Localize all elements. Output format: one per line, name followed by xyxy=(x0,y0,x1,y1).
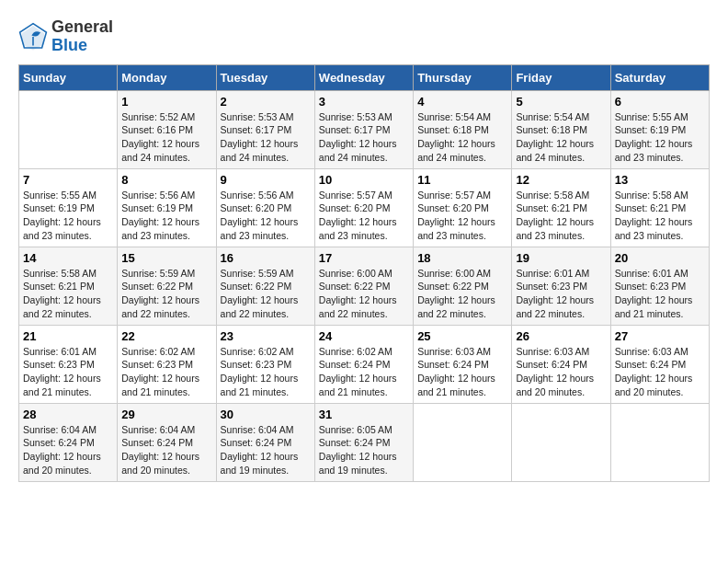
day-number: 27 xyxy=(615,329,705,343)
day-number: 12 xyxy=(516,173,606,187)
day-info: Sunrise: 6:05 AMSunset: 6:24 PMDaylight:… xyxy=(319,423,409,477)
weekday-header-thursday: Thursday xyxy=(414,64,512,90)
calendar-day-cell: 22Sunrise: 6:02 AMSunset: 6:23 PMDayligh… xyxy=(118,325,216,403)
day-info: Sunrise: 5:57 AMSunset: 6:20 PMDaylight:… xyxy=(417,189,507,243)
calendar-day-cell: 28Sunrise: 6:04 AMSunset: 6:24 PMDayligh… xyxy=(19,403,118,481)
calendar-day-cell: 5Sunrise: 5:54 AMSunset: 6:18 PMDaylight… xyxy=(512,90,610,168)
calendar-day-cell: 24Sunrise: 6:02 AMSunset: 6:24 PMDayligh… xyxy=(314,325,413,403)
day-info: Sunrise: 5:56 AMSunset: 6:20 PMDaylight:… xyxy=(221,189,311,243)
day-info: Sunrise: 6:02 AMSunset: 6:23 PMDaylight:… xyxy=(121,345,211,399)
calendar-week-row: 7Sunrise: 5:55 AMSunset: 6:19 PMDaylight… xyxy=(19,168,710,247)
calendar-day-cell: 21Sunrise: 6:01 AMSunset: 6:23 PMDayligh… xyxy=(19,325,118,403)
day-number: 6 xyxy=(615,95,705,109)
day-number: 22 xyxy=(121,329,211,343)
calendar-day-cell: 9Sunrise: 5:56 AMSunset: 6:20 PMDaylight… xyxy=(216,168,314,247)
day-number: 2 xyxy=(221,95,311,109)
weekday-header-saturday: Saturday xyxy=(610,64,709,90)
calendar-week-row: 1Sunrise: 5:52 AMSunset: 6:16 PMDaylight… xyxy=(19,90,710,168)
day-info: Sunrise: 5:55 AMSunset: 6:19 PMDaylight:… xyxy=(615,110,705,165)
day-number: 21 xyxy=(23,329,113,343)
day-number: 3 xyxy=(319,95,409,109)
calendar-day-cell: 13Sunrise: 5:58 AMSunset: 6:21 PMDayligh… xyxy=(610,168,709,247)
day-number: 16 xyxy=(221,251,311,265)
logo-line1: General xyxy=(51,18,113,37)
calendar-day-cell: 15Sunrise: 5:59 AMSunset: 6:22 PMDayligh… xyxy=(118,247,216,325)
calendar-day-cell: 4Sunrise: 5:54 AMSunset: 6:18 PMDaylight… xyxy=(414,90,512,168)
day-info: Sunrise: 5:58 AMSunset: 6:21 PMDaylight:… xyxy=(23,267,113,321)
day-info: Sunrise: 5:59 AMSunset: 6:22 PMDaylight:… xyxy=(221,267,311,321)
page-header: General Blue xyxy=(18,18,710,55)
day-number: 1 xyxy=(121,95,211,109)
day-number: 28 xyxy=(23,408,113,421)
day-info: Sunrise: 6:00 AMSunset: 6:22 PMDaylight:… xyxy=(417,267,507,321)
day-number: 26 xyxy=(516,329,606,343)
day-number: 24 xyxy=(319,329,409,343)
calendar-table: SundayMondayTuesdayWednesdayThursdayFrid… xyxy=(18,64,710,482)
day-info: Sunrise: 5:58 AMSunset: 6:21 PMDaylight:… xyxy=(516,189,606,243)
calendar-day-cell: 6Sunrise: 5:55 AMSunset: 6:19 PMDaylight… xyxy=(610,90,709,168)
day-info: Sunrise: 5:58 AMSunset: 6:21 PMDaylight:… xyxy=(615,189,705,243)
day-number: 15 xyxy=(121,251,211,265)
calendar-day-cell: 31Sunrise: 6:05 AMSunset: 6:24 PMDayligh… xyxy=(314,403,413,481)
weekday-header-monday: Monday xyxy=(118,64,216,90)
day-info: Sunrise: 5:54 AMSunset: 6:18 PMDaylight:… xyxy=(516,110,606,165)
calendar-day-cell xyxy=(610,403,709,481)
day-number: 18 xyxy=(417,251,507,265)
logo-line2: Blue xyxy=(51,37,113,55)
calendar-week-row: 21Sunrise: 6:01 AMSunset: 6:23 PMDayligh… xyxy=(19,325,710,403)
day-number: 19 xyxy=(516,251,606,265)
day-number: 20 xyxy=(615,251,705,265)
day-number: 11 xyxy=(417,173,507,187)
day-number: 4 xyxy=(417,95,507,109)
calendar-day-cell: 25Sunrise: 6:03 AMSunset: 6:24 PMDayligh… xyxy=(414,325,512,403)
day-info: Sunrise: 5:55 AMSunset: 6:19 PMDaylight:… xyxy=(23,189,113,243)
day-info: Sunrise: 6:04 AMSunset: 6:24 PMDaylight:… xyxy=(23,423,113,477)
calendar-day-cell: 19Sunrise: 6:01 AMSunset: 6:23 PMDayligh… xyxy=(512,247,610,325)
calendar-day-cell xyxy=(414,403,512,481)
day-number: 30 xyxy=(221,408,311,421)
day-info: Sunrise: 5:53 AMSunset: 6:17 PMDaylight:… xyxy=(319,110,409,165)
day-info: Sunrise: 5:54 AMSunset: 6:18 PMDaylight:… xyxy=(417,110,507,165)
calendar-day-cell: 17Sunrise: 6:00 AMSunset: 6:22 PMDayligh… xyxy=(314,247,413,325)
day-info: Sunrise: 6:01 AMSunset: 6:23 PMDaylight:… xyxy=(23,345,113,399)
day-info: Sunrise: 6:00 AMSunset: 6:22 PMDaylight:… xyxy=(319,267,409,321)
day-info: Sunrise: 5:59 AMSunset: 6:22 PMDaylight:… xyxy=(121,267,211,321)
day-number: 23 xyxy=(221,329,311,343)
day-info: Sunrise: 5:53 AMSunset: 6:17 PMDaylight:… xyxy=(221,110,311,165)
day-info: Sunrise: 5:52 AMSunset: 6:16 PMDaylight:… xyxy=(121,110,211,165)
calendar-day-cell: 29Sunrise: 6:04 AMSunset: 6:24 PMDayligh… xyxy=(118,403,216,481)
day-info: Sunrise: 6:03 AMSunset: 6:24 PMDaylight:… xyxy=(615,345,705,399)
calendar-day-cell: 2Sunrise: 5:53 AMSunset: 6:17 PMDaylight… xyxy=(216,90,314,168)
day-info: Sunrise: 6:03 AMSunset: 6:24 PMDaylight:… xyxy=(516,345,606,399)
day-number: 7 xyxy=(23,173,113,187)
day-info: Sunrise: 6:03 AMSunset: 6:24 PMDaylight:… xyxy=(417,345,507,399)
weekday-header-friday: Friday xyxy=(512,64,610,90)
day-number: 8 xyxy=(121,173,211,187)
day-info: Sunrise: 5:57 AMSunset: 6:20 PMDaylight:… xyxy=(319,189,409,243)
day-info: Sunrise: 6:01 AMSunset: 6:23 PMDaylight:… xyxy=(516,267,606,321)
calendar-day-cell: 23Sunrise: 6:02 AMSunset: 6:23 PMDayligh… xyxy=(216,325,314,403)
logo: General Blue xyxy=(18,18,113,55)
calendar-day-cell: 27Sunrise: 6:03 AMSunset: 6:24 PMDayligh… xyxy=(610,325,709,403)
day-info: Sunrise: 6:02 AMSunset: 6:24 PMDaylight:… xyxy=(319,345,409,399)
day-number: 10 xyxy=(319,173,409,187)
calendar-day-cell: 18Sunrise: 6:00 AMSunset: 6:22 PMDayligh… xyxy=(414,247,512,325)
day-number: 13 xyxy=(615,173,705,187)
calendar-day-cell: 30Sunrise: 6:04 AMSunset: 6:24 PMDayligh… xyxy=(216,403,314,481)
day-number: 14 xyxy=(23,251,113,265)
calendar-day-cell: 20Sunrise: 6:01 AMSunset: 6:23 PMDayligh… xyxy=(610,247,709,325)
day-number: 25 xyxy=(417,329,507,343)
day-info: Sunrise: 6:04 AMSunset: 6:24 PMDaylight:… xyxy=(221,423,311,477)
weekday-header-tuesday: Tuesday xyxy=(216,64,314,90)
calendar-day-cell: 11Sunrise: 5:57 AMSunset: 6:20 PMDayligh… xyxy=(414,168,512,247)
weekday-header-wednesday: Wednesday xyxy=(314,64,413,90)
day-number: 5 xyxy=(516,95,606,109)
day-info: Sunrise: 6:04 AMSunset: 6:24 PMDaylight:… xyxy=(121,423,211,477)
calendar-week-row: 28Sunrise: 6:04 AMSunset: 6:24 PMDayligh… xyxy=(19,403,710,481)
calendar-week-row: 14Sunrise: 5:58 AMSunset: 6:21 PMDayligh… xyxy=(19,247,710,325)
weekday-header-sunday: Sunday xyxy=(19,64,118,90)
day-info: Sunrise: 6:01 AMSunset: 6:23 PMDaylight:… xyxy=(615,267,705,321)
day-number: 9 xyxy=(221,173,311,187)
calendar-day-cell: 14Sunrise: 5:58 AMSunset: 6:21 PMDayligh… xyxy=(19,247,118,325)
logo-icon xyxy=(18,22,48,52)
